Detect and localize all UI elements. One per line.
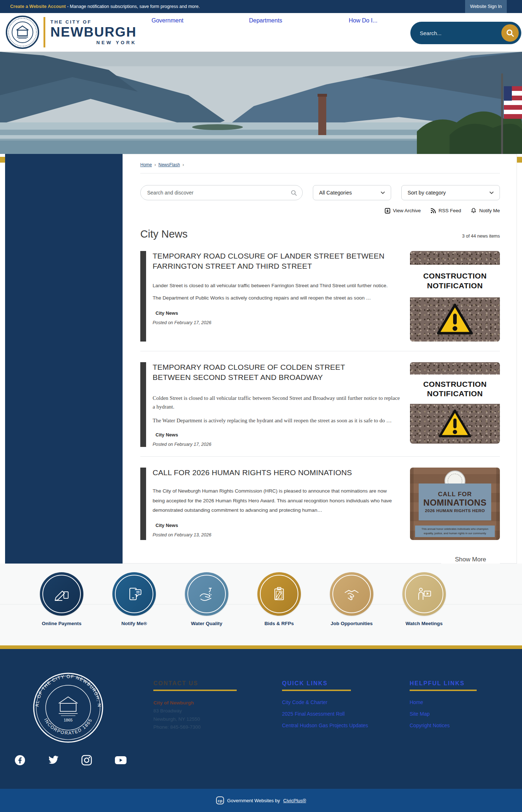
- quicklink-label: Online Payments: [42, 621, 82, 626]
- bell-icon: [471, 208, 477, 214]
- construction-line: CONSTRUCTION: [423, 380, 486, 389]
- signin-area: Website Sign In: [465, 0, 522, 13]
- website-signin-button[interactable]: Website Sign In: [465, 0, 507, 13]
- nav-item-how-do-i[interactable]: How Do I...: [349, 17, 377, 24]
- american-flag-icon: [504, 86, 522, 119]
- footer-helpful-links-section: HELPFUL LINKS Home Site Map Copyright No…: [410, 680, 497, 734]
- news-item-category[interactable]: City News: [153, 310, 400, 316]
- view-archive-link[interactable]: View Archive: [385, 208, 421, 214]
- news-item: TEMPORARY ROAD CLOSURE OF COLDEN STREET …: [140, 362, 500, 447]
- contact-address-line2: Newburgh, NY 12550: [153, 715, 248, 723]
- quicklink-notify-me[interactable]: Notify Me®: [112, 572, 156, 626]
- sort-dropdown[interactable]: Sort by category: [401, 185, 500, 200]
- quicklink-label: Job Opportunities: [331, 621, 373, 626]
- instagram-icon[interactable]: [81, 755, 92, 767]
- contact-phone: Phone: 845-569-7300: [153, 723, 248, 731]
- search-icon: [506, 29, 514, 37]
- chevron-down-icon: [381, 191, 385, 194]
- left-sidebar-panel: [5, 154, 123, 564]
- news-item-accent-bar: [140, 251, 146, 342]
- civicplus-logo-icon: cp: [216, 796, 224, 804]
- news-item-title[interactable]: TEMPORARY ROAD CLOSURE OF COLDEN STREET …: [153, 362, 385, 383]
- svg-text:cp: cp: [218, 799, 222, 803]
- newsflash-card: Home › NewsFlash › All Categories Sort b…: [123, 154, 517, 564]
- quicklink-label: Water Quality: [191, 621, 223, 626]
- notification-line: NOTIFICATION: [427, 281, 483, 290]
- notification-line: NOTIFICATION: [427, 389, 483, 398]
- city-seal-icon: [5, 15, 40, 50]
- quicklink-bids-rfps[interactable]: Bids & RFPs: [257, 572, 301, 626]
- nav-item-government[interactable]: Government: [152, 17, 183, 24]
- breadcrumb-home-link[interactable]: Home: [140, 162, 152, 167]
- view-archive-label: View Archive: [393, 208, 421, 213]
- header-search-button[interactable]: [501, 24, 519, 42]
- quicklink-water-quality[interactable]: Water Quality: [185, 572, 228, 626]
- news-filters: All Categories Sort by category: [140, 185, 500, 200]
- link-central-hudson-updates[interactable]: Central Hudson Gas Projects Updates: [282, 723, 368, 728]
- news-item-body: TEMPORARY ROAD CLOSURE OF COLDEN STREET …: [146, 362, 410, 447]
- news-item-thumbnail[interactable]: CONSTRUCTION NOTIFICATION: [410, 251, 500, 342]
- news-section-header: City News 3 of 44 news items: [140, 228, 500, 240]
- create-account-message[interactable]: Create a Website Account - Manage notifi…: [10, 4, 200, 9]
- facebook-icon[interactable]: [14, 755, 25, 767]
- notify-me-link[interactable]: Notify Me: [471, 208, 500, 214]
- gold-underline: [282, 690, 351, 691]
- helpful-links-heading: HELPFUL LINKS: [410, 680, 497, 687]
- news-item-paragraph: The City of Newburgh Human Rights Commis…: [153, 486, 400, 515]
- logo-wordmark: THE CITY OF NEWBURGH NEW YORK: [50, 19, 137, 46]
- news-item-posted-date: Posted on February 17, 2026: [153, 320, 400, 325]
- construction-line: CONSTRUCTION: [423, 271, 486, 281]
- quicklink-job-opportunities[interactable]: Job Opportunities: [330, 572, 373, 626]
- news-search-input[interactable]: [147, 190, 290, 196]
- quicklink-watch-meetings[interactable]: Watch Meetings: [402, 572, 446, 626]
- news-item-thumbnail[interactable]: CONSTRUCTION NOTIFICATION: [410, 362, 500, 444]
- site-logo[interactable]: THE CITY OF NEWBURGH NEW YORK: [5, 15, 137, 50]
- gold-underline: [410, 690, 477, 691]
- news-item-thumbnail[interactable]: CALL FOR NOMINATIONS 2026 HUMAN RIGHTS H…: [410, 468, 500, 540]
- news-item-title[interactable]: CALL FOR 2026 HUMAN RIGHTS HERO NOMINATI…: [153, 468, 400, 478]
- contact-org: City of Newburgh: [153, 699, 248, 707]
- topbar-spacer: [507, 0, 522, 13]
- quicklink-online-payments[interactable]: Online Payments: [40, 572, 83, 626]
- twitter-icon[interactable]: [48, 756, 59, 766]
- footer-contact-section: CONTACT US City of Newburgh 83 Broadway …: [153, 680, 248, 731]
- footer-link-item: Central Hudson Gas Projects Updates: [282, 722, 402, 729]
- nominations-caption-line: equality, justice, and human rights in o…: [424, 531, 486, 535]
- news-item: TEMPORARY ROAD CLOSURE OF LANDER STREET …: [140, 251, 500, 342]
- gravel-texture: [410, 362, 500, 374]
- warning-triangle-icon: [436, 303, 474, 336]
- create-account-link[interactable]: Create a Website Account: [10, 4, 66, 9]
- link-home[interactable]: Home: [410, 699, 423, 705]
- news-item: CALL FOR 2026 HUMAN RIGHTS HERO NOMINATI…: [140, 468, 500, 540]
- rss-feed-link[interactable]: RSS Feed: [430, 208, 461, 214]
- link-final-assessment-roll[interactable]: 2025 Final Assessment Roll: [282, 711, 345, 717]
- category-dropdown[interactable]: All Categories: [313, 185, 391, 200]
- warning-triangle-icon: [438, 409, 472, 439]
- archive-icon: [385, 208, 390, 214]
- logo-gold-divider: [44, 17, 45, 47]
- nav-item-departments[interactable]: Departments: [249, 17, 282, 24]
- nominations-line2: NOMINATIONS: [423, 498, 486, 507]
- breadcrumb-newsflash-link[interactable]: NewsFlash: [158, 162, 180, 167]
- civicplus-link[interactable]: CivicPlus®: [283, 798, 306, 803]
- circle-ring: [332, 575, 371, 613]
- news-item-title[interactable]: TEMPORARY ROAD CLOSURE OF LANDER STREET …: [153, 251, 385, 272]
- news-item-category[interactable]: City News: [153, 523, 400, 528]
- breadcrumb-separator: ›: [154, 162, 156, 167]
- news-item-paragraph: The Department of Public Works is active…: [153, 293, 400, 303]
- logo-state-name: NEW YORK: [50, 40, 137, 45]
- footer-link-item: 2025 Final Assessment Roll: [282, 711, 402, 717]
- link-site-map[interactable]: Site Map: [410, 711, 430, 717]
- search-icon[interactable]: [290, 189, 297, 196]
- link-copyright-notices[interactable]: Copyright Notices: [410, 723, 450, 728]
- quick-links-row: Online Payments Notify Me®: [40, 572, 446, 626]
- youtube-icon[interactable]: [115, 756, 127, 766]
- news-item-category[interactable]: City News: [153, 432, 400, 438]
- site-footer: SEAL OF THE CITY OF NEWBURGH, N.Y. INCOR…: [0, 649, 522, 789]
- construction-notification-text: CONSTRUCTION NOTIFICATION: [410, 265, 500, 297]
- breadcrumb-divider: [140, 173, 500, 173]
- link-city-code-charter[interactable]: City Code & Charter: [282, 699, 327, 705]
- quicklink-label: Bids & RFPs: [264, 621, 294, 626]
- footer-link-item: Site Map: [410, 711, 497, 717]
- gold-underline: [153, 690, 237, 691]
